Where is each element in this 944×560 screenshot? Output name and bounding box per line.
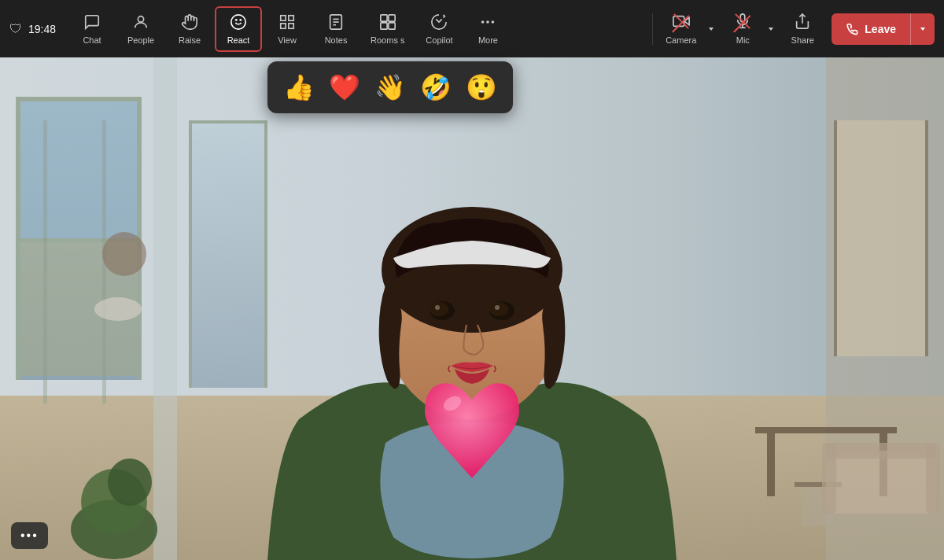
leave-label: Leave [865,23,896,35]
svg-rect-57 [822,443,836,514]
time-shield-group: 🛡 19:48 [9,22,56,36]
rooms-label: Rooms s [371,35,404,45]
react-wow[interactable]: 😲 [463,69,500,105]
svg-rect-32 [20,101,137,238]
time-display: 19:48 [28,23,56,35]
mic-label: Mic [736,35,750,45]
svg-point-68 [495,305,500,310]
nav-item-more[interactable]: More [464,6,511,52]
notes-label: Notes [325,35,348,45]
people-label: People [127,35,154,45]
shield-icon: 🛡 [9,22,22,36]
nav-item-rooms[interactable]: Rooms s [361,6,414,52]
people-icon [132,13,149,34]
svg-point-1 [231,14,245,28]
svg-rect-48 [834,120,837,356]
svg-rect-37 [189,120,267,388]
camera-control-group: Camera [659,6,720,52]
share-icon [794,13,811,34]
right-controls: Camera Mic [659,6,822,52]
svg-rect-36 [153,57,177,560]
svg-rect-13 [389,14,395,20]
raise-label: Raise [179,35,201,45]
mic-button[interactable]: Mic [723,6,762,52]
svg-rect-12 [381,14,387,20]
svg-rect-5 [289,15,293,20]
leave-dropdown-button[interactable] [910,13,935,45]
svg-rect-34 [43,120,47,403]
view-label: View [278,35,297,45]
react-popup: 👍 ❤️ 👋 🤣 😲 [267,61,513,113]
copilot-icon [430,13,448,34]
share-button[interactable]: Share [783,6,822,52]
more-icon [479,13,496,34]
mic-control-group: Mic [723,6,780,52]
svg-point-67 [435,305,440,310]
svg-rect-55 [826,451,936,514]
rooms-icon [379,13,396,34]
react-heart[interactable]: ❤️ [326,69,363,105]
nav-item-react[interactable]: React [215,6,262,52]
svg-rect-47 [834,120,928,356]
chat-label: Chat [83,35,101,45]
svg-point-45 [108,459,152,506]
svg-rect-56 [826,443,936,459]
react-laugh[interactable]: 🤣 [417,69,455,105]
svg-point-41 [102,232,146,276]
room-background [0,57,944,560]
notes-icon [327,13,345,34]
react-label: React [227,35,250,45]
svg-rect-38 [189,120,192,388]
svg-rect-40 [189,120,267,123]
nav-items: Chat People Raise [68,6,646,52]
chat-icon [83,13,101,34]
camera-button[interactable]: Camera [659,6,702,52]
svg-point-17 [487,20,490,24]
nav-item-raise[interactable]: Raise [166,6,213,52]
copilot-label: Copilot [426,35,452,45]
svg-point-16 [481,20,485,24]
react-wave[interactable]: 👋 [371,69,409,105]
camera-label: Camera [666,35,696,45]
nav-divider [652,13,653,45]
svg-point-18 [492,20,495,24]
nav-item-view[interactable]: View [264,6,311,52]
svg-rect-21 [741,14,746,22]
view-icon [278,13,296,34]
leave-button[interactable]: Leave [832,13,910,45]
leave-chevron-icon [919,25,927,33]
more-label: More [478,35,498,45]
topbar: 🛡 19:48 Chat People [0,0,944,57]
react-thumbsup[interactable]: 👍 [280,69,318,105]
svg-point-42 [94,297,142,321]
nav-item-chat[interactable]: Chat [68,6,116,52]
svg-rect-50 [755,427,897,433]
share-label: Share [791,35,814,45]
svg-rect-4 [281,15,286,20]
phone-end-icon [846,23,858,35]
camera-off-icon [673,13,690,34]
svg-rect-39 [264,120,267,388]
svg-rect-6 [281,23,286,28]
leave-button-group: Leave [832,13,935,45]
svg-rect-49 [925,120,928,356]
svg-rect-30 [16,97,142,101]
nav-item-people[interactable]: People [117,6,164,52]
react-icon [230,13,247,34]
nav-item-copilot[interactable]: Copilot [415,6,463,52]
svg-rect-14 [381,22,387,28]
mic-off-icon [734,13,751,34]
svg-rect-51 [767,433,775,496]
svg-rect-15 [389,22,395,28]
svg-point-0 [138,16,143,21]
more-options-video-button[interactable]: ••• [11,522,48,549]
mic-arrow-button[interactable] [762,6,780,52]
nav-item-notes[interactable]: Notes [312,6,360,52]
video-area: ••• [0,57,944,560]
raise-hand-icon [181,13,198,34]
more-dots-icon: ••• [20,529,39,542]
camera-arrow-button[interactable] [702,6,720,52]
svg-rect-58 [926,443,940,514]
svg-rect-7 [289,23,293,28]
